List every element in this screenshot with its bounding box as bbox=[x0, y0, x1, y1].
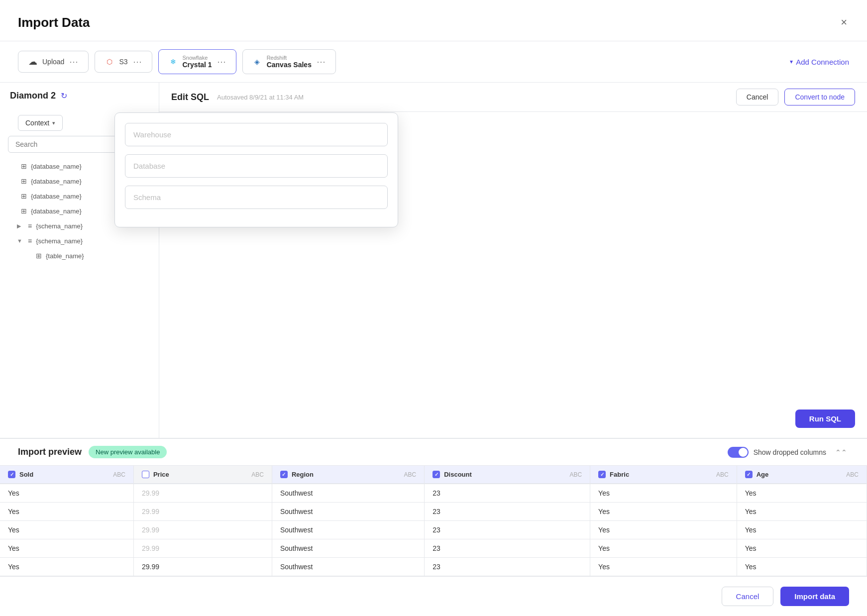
table-cell: Yes bbox=[737, 503, 867, 521]
col-header-discount: ✓ Discount ABC bbox=[425, 466, 590, 484]
warehouse-input[interactable] bbox=[125, 123, 388, 146]
add-connection-button[interactable]: ▾ Add Connection bbox=[790, 58, 849, 66]
table-cell: Yes bbox=[0, 558, 133, 576]
col-header-sold: ✓ Sold ABC bbox=[0, 466, 133, 484]
conn-tab-snowflake-more[interactable]: ⋯ bbox=[216, 56, 227, 67]
table-cell: 29.99 bbox=[133, 539, 272, 558]
preview-header: Import preview New preview available Sho… bbox=[0, 439, 867, 466]
col-label-region: Region bbox=[292, 471, 314, 478]
convert-to-node-button[interactable]: Convert to node bbox=[784, 89, 855, 105]
tree-label: {database_name} bbox=[31, 178, 82, 185]
bottom-actions: Cancel Import data bbox=[0, 576, 867, 616]
col-label-fabric: Fabric bbox=[610, 471, 629, 478]
conn-tab-s3-more[interactable]: ⋯ bbox=[132, 56, 143, 67]
table-cell: 23 bbox=[425, 558, 590, 576]
table-cell: 23 bbox=[425, 503, 590, 521]
col-header-region: ✓ Region ABC bbox=[272, 466, 424, 484]
tree-expand-collapsed-icon: ▶ bbox=[17, 223, 24, 229]
show-dropped-toggle[interactable] bbox=[728, 447, 749, 458]
table-cell: Southwest bbox=[272, 521, 424, 539]
table-cell: Yes bbox=[590, 539, 737, 558]
upload-icon: ☁ bbox=[27, 56, 38, 67]
conn-tab-redshift-more[interactable]: ⋯ bbox=[316, 56, 326, 67]
import-data-button[interactable]: Import data bbox=[780, 587, 849, 606]
table-cell: 23 bbox=[425, 521, 590, 539]
fabric-checkbox[interactable]: ✓ bbox=[598, 471, 606, 478]
close-button[interactable]: × bbox=[839, 14, 849, 31]
col-type-fabric: ABC bbox=[716, 471, 729, 478]
conn-tab-upload-more[interactable]: ⋯ bbox=[68, 56, 79, 67]
conn-tab-snowflake-names: Snowflake Crystal 1 bbox=[183, 55, 212, 69]
database-input[interactable] bbox=[125, 154, 388, 178]
table-cell: Yes bbox=[590, 521, 737, 539]
bottom-cancel-button[interactable]: Cancel bbox=[722, 587, 774, 606]
col-header-price: ✓ Price ABC bbox=[133, 466, 272, 484]
col-label-discount: Discount bbox=[444, 471, 472, 478]
preview-badge: New preview available bbox=[89, 446, 167, 458]
tree-label: {table_name} bbox=[46, 252, 84, 260]
import-preview: Import preview New preview available Sho… bbox=[0, 438, 867, 576]
schema-field bbox=[125, 186, 388, 209]
tree-item-table[interactable]: ⊞ {table_name} bbox=[0, 248, 159, 263]
editor-cancel-button[interactable]: Cancel bbox=[736, 89, 779, 105]
table-row: Yes29.99Southwest23YesYes bbox=[0, 503, 867, 521]
table-cell: 29.99 bbox=[133, 558, 272, 576]
database-field bbox=[125, 154, 388, 178]
context-chevron-icon: ▾ bbox=[52, 120, 55, 126]
s3-icon: ⬡ bbox=[104, 56, 115, 67]
redshift-icon: ◈ bbox=[252, 56, 263, 67]
table-header-row: ✓ Sold ABC ✓ Price ABC bbox=[0, 466, 867, 484]
col-header-age: ✓ Age ABC bbox=[737, 466, 867, 484]
age-checkbox[interactable]: ✓ bbox=[745, 471, 753, 478]
tree-label: {database_name} bbox=[31, 163, 82, 170]
table-cell: Southwest bbox=[272, 484, 424, 503]
table-cell: 23 bbox=[425, 484, 590, 503]
tree-label: {database_name} bbox=[31, 193, 82, 200]
conn-tab-snowflake[interactable]: ❄ Snowflake Crystal 1 ⋯ bbox=[158, 49, 236, 74]
database-icon: ⊞ bbox=[21, 192, 27, 200]
modal-title: Import Data bbox=[18, 15, 90, 30]
add-connection-label: Add Connection bbox=[796, 58, 849, 66]
conn-tab-upload-label: Upload bbox=[42, 58, 64, 66]
price-checkbox[interactable]: ✓ bbox=[142, 471, 149, 478]
table-cell: Yes bbox=[0, 539, 133, 558]
col-label-sold: Sold bbox=[19, 471, 33, 478]
sold-checkbox[interactable]: ✓ bbox=[8, 471, 15, 478]
discount-checkbox[interactable]: ✓ bbox=[433, 471, 440, 478]
table-cell: 23 bbox=[425, 539, 590, 558]
snowflake-main: Crystal 1 bbox=[183, 61, 212, 69]
schema-icon: ≡ bbox=[28, 237, 32, 245]
table-cell: Yes bbox=[590, 503, 737, 521]
table-cell: Yes bbox=[590, 484, 737, 503]
database-icon: ⊞ bbox=[21, 177, 27, 185]
region-checkbox[interactable]: ✓ bbox=[280, 471, 288, 478]
modal-container: Import Data × ☁ Upload ⋯ ⬡ S3 ⋯ ❄ Snowfl… bbox=[0, 0, 867, 616]
schema-input[interactable] bbox=[125, 186, 388, 209]
table-cell: Yes bbox=[737, 539, 867, 558]
snowflake-icon: ❄ bbox=[168, 56, 179, 67]
refresh-button[interactable]: ↻ bbox=[61, 91, 67, 101]
preview-collapse-button[interactable]: ⌃⌃ bbox=[833, 446, 849, 458]
context-dropdown bbox=[114, 112, 398, 227]
run-sql-button[interactable]: Run SQL bbox=[795, 410, 855, 428]
database-icon: ⊞ bbox=[21, 207, 27, 215]
preview-tbody: Yes29.99Southwest23YesYesYes29.99Southwe… bbox=[0, 484, 867, 576]
tree-label: {schema_name} bbox=[36, 237, 83, 245]
table-cell: 29.99 bbox=[133, 503, 272, 521]
table-cell: Southwest bbox=[272, 539, 424, 558]
conn-tab-redshift[interactable]: ◈ Redshift Canvas Sales ⋯ bbox=[242, 49, 336, 74]
col-header-fabric: ✓ Fabric ABC bbox=[590, 466, 737, 484]
col-label-age: Age bbox=[757, 471, 769, 478]
preview-table: ✓ Sold ABC ✓ Price ABC bbox=[0, 466, 867, 576]
table-row: Yes29.99Southwest23YesYes bbox=[0, 539, 867, 558]
sidebar-header: Diamond 2 ↻ bbox=[0, 91, 159, 107]
col-type-price: ABC bbox=[251, 471, 264, 478]
warehouse-field bbox=[125, 123, 388, 146]
preview-title: Import preview bbox=[18, 447, 82, 457]
context-button[interactable]: Context ▾ bbox=[18, 115, 63, 131]
conn-tab-upload[interactable]: ☁ Upload ⋯ bbox=[18, 51, 89, 73]
conn-tab-s3[interactable]: ⬡ S3 ⋯ bbox=[95, 51, 152, 73]
conn-tab-s3-label: S3 bbox=[119, 58, 127, 66]
tree-item-schema-expanded[interactable]: ▼ ≡ {schema_name} bbox=[0, 233, 159, 248]
snowflake-sub: Snowflake bbox=[183, 55, 212, 61]
